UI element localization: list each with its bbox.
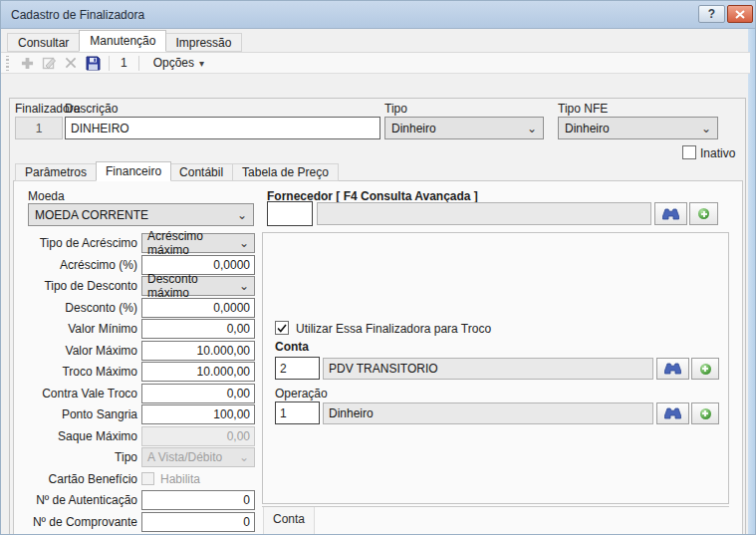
conta-search-button[interactable] xyxy=(656,358,689,380)
tipo-nfe-select[interactable]: Dinheiro xyxy=(558,117,718,139)
add-icon xyxy=(21,57,34,70)
tab-consultar[interactable]: Consultar xyxy=(7,33,80,52)
conta-code-input[interactable]: 2 xyxy=(275,357,320,380)
inativo-checkbox[interactable] xyxy=(682,145,696,159)
descricao-input[interactable]: DINHEIRO xyxy=(65,117,380,139)
close-button[interactable] xyxy=(727,5,753,23)
field-value: 0,00 xyxy=(227,429,250,443)
delete-record-button[interactable] xyxy=(60,53,82,73)
field-row: Tipo de Desconto Desconto máximo xyxy=(21,276,257,296)
field-label: Desconto (%) xyxy=(21,301,141,315)
field-label: Nº de Autenticação xyxy=(21,493,141,507)
tipo-acrescimo-select[interactable]: Acréscimo máximo xyxy=(141,233,255,253)
field-row: Cartão Benefício Habilita xyxy=(21,469,257,489)
tab-financeiro[interactable]: Financeiro xyxy=(96,161,171,181)
field-label: Tipo xyxy=(21,450,141,464)
field-value: 0,00 xyxy=(227,322,250,336)
add-record-button[interactable] xyxy=(16,53,38,73)
tab-tabela-de-preco[interactable]: Tabela de Preço xyxy=(233,163,339,181)
field-row: Valor Máximo 10.000,00 xyxy=(21,341,257,361)
tipo-select[interactable]: Dinheiro xyxy=(384,117,544,139)
tipo-value: Dinheiro xyxy=(391,122,436,135)
desconto-input[interactable]: 0,0000 xyxy=(141,298,255,318)
conta-label: Conta xyxy=(275,340,309,354)
operacao-code-input[interactable]: 1 xyxy=(275,401,320,424)
field-label: Nº de Comprovante xyxy=(21,515,141,529)
options-button[interactable]: Opções xyxy=(144,53,213,73)
titlebar: Cadastro de Finalizadora ? xyxy=(1,1,756,29)
field-value: A Vista/Débito xyxy=(147,450,222,464)
field-label: Valor Máximo xyxy=(21,344,141,358)
edit-record-button[interactable] xyxy=(38,53,60,73)
tab-conta-label: Conta xyxy=(273,512,305,526)
tab-contabil[interactable]: Contábil xyxy=(170,163,233,181)
num-comprovante-input[interactable]: 0 xyxy=(141,512,255,532)
tipo-desconto-select[interactable]: Desconto máximo xyxy=(141,276,255,296)
valor-maximo-input[interactable]: 10.000,00 xyxy=(141,341,255,361)
save-icon xyxy=(86,56,101,71)
financeiro-left-fields: Tipo de Acréscimo Acréscimo máximo Acrés… xyxy=(21,233,257,533)
field-value: 0,0000 xyxy=(213,258,250,272)
chevron-down-icon xyxy=(239,236,249,250)
tab-conta-bottom[interactable]: Conta xyxy=(263,507,315,535)
main-tabstrip: Consultar Manutenção Impressão xyxy=(7,30,242,52)
toolbar-grip-handle[interactable] xyxy=(6,56,9,71)
help-button[interactable]: ? xyxy=(698,5,725,23)
field-value: 10.000,00 xyxy=(197,344,250,358)
options-label: Opções xyxy=(153,56,194,70)
field-label: Saque Máximo xyxy=(21,429,141,443)
operacao-add-button[interactable] xyxy=(691,402,719,424)
tab-parametros[interactable]: Parâmetros xyxy=(15,163,97,181)
operacao-name-field: Dinheiro xyxy=(323,402,653,424)
field-row: Saque Máximo 0,00 xyxy=(21,426,257,446)
field-label: Valor Mínimo xyxy=(21,322,141,336)
valor-minimo-input[interactable]: 0,00 xyxy=(141,319,255,339)
chevron-down-icon xyxy=(199,56,204,70)
fornecedor-add-button[interactable] xyxy=(689,202,718,225)
help-label: ? xyxy=(708,7,715,21)
moeda-select[interactable]: MOEDA CORRENTE xyxy=(28,203,254,226)
field-row: Nº de Comprovante 0 xyxy=(21,512,257,532)
contra-vale-troco-input[interactable]: 0,00 xyxy=(141,384,255,403)
troco-maximo-input[interactable]: 10.000,00 xyxy=(141,362,255,382)
tipo-nfe-value: Dinheiro xyxy=(565,122,610,135)
operacao-code-value: 1 xyxy=(280,406,287,420)
tab-impressao[interactable]: Impressão xyxy=(165,33,242,52)
field-label: Ponto Sangria xyxy=(21,407,141,421)
num-autenticacao-input[interactable]: 0 xyxy=(141,490,255,510)
field-value: 0 xyxy=(243,515,250,529)
inativo-label: Inativo xyxy=(700,146,735,160)
field-row: Tipo de Acréscimo Acréscimo máximo xyxy=(21,233,257,253)
bottom-tabstrip-line xyxy=(262,506,729,507)
troco-checkbox-label: Utilizar Essa Finalizadora para Troco xyxy=(296,322,491,336)
conta-name-value: PDV TRANSITORIO xyxy=(329,362,438,376)
save-button[interactable] xyxy=(82,53,104,73)
field-value: 100,00 xyxy=(213,407,250,421)
app-window: Cadastro de Finalizadora ? Consultar Man… xyxy=(0,0,756,535)
tab-manutencao[interactable]: Manutenção xyxy=(79,30,166,52)
field-row: Troco Máximo 10.000,00 xyxy=(21,362,257,382)
add-item-icon xyxy=(700,364,711,375)
operacao-search-button[interactable] xyxy=(656,402,689,424)
chevron-down-icon xyxy=(239,450,249,464)
field-label: Tipo de Desconto xyxy=(21,279,141,293)
ponto-sangria-input[interactable]: 100,00 xyxy=(141,404,255,424)
binoculars-icon xyxy=(664,363,681,375)
troco-checkbox[interactable] xyxy=(275,321,289,335)
conta-add-button[interactable] xyxy=(691,358,719,380)
toolbar-separator xyxy=(109,56,110,71)
field-value: 10.000,00 xyxy=(197,365,250,379)
fornecedor-code-input[interactable] xyxy=(267,201,313,226)
toolbar: 1 Opções xyxy=(1,52,750,74)
field-label: Tipo de Acréscimo xyxy=(21,236,141,250)
tipo-nfe-label: Tipo NFE xyxy=(558,102,608,116)
saque-maximo-input: 0,00 xyxy=(141,426,255,446)
field-row: Valor Mínimo 0,00 xyxy=(21,319,257,339)
fornecedor-search-button[interactable] xyxy=(654,202,687,225)
descricao-label: Descrição xyxy=(65,102,118,116)
field-value: Desconto máximo xyxy=(147,272,239,300)
field-label: Troco Máximo xyxy=(21,365,141,379)
binoculars-icon xyxy=(664,407,681,419)
field-value: Acréscimo máximo xyxy=(147,229,239,257)
field-row: Ponto Sangria 100,00 xyxy=(21,404,257,424)
